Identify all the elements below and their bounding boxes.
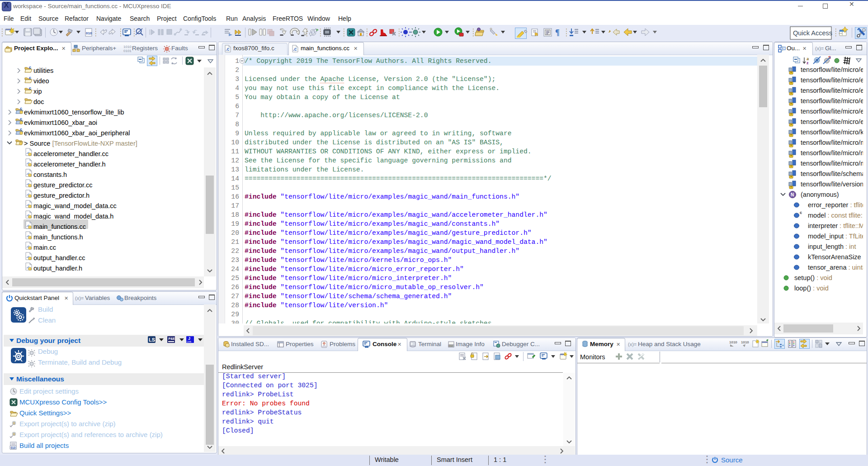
- svg-text:tensorflow/lite/micro/examples: tensorflow/lite/micro/examples/magic_wan…: [801, 118, 863, 125]
- svg-text:Link: Link: [187, 340, 191, 343]
- svg-text:tensorflow/lite/micro/examples: tensorflow/lite/micro/examples/magic_wan…: [801, 67, 863, 73]
- svg-text:magic_wand_model_data.h: magic_wand_model_data.h: [33, 213, 113, 220]
- svg-text:error_reporter : tflite::Error: error_reporter : tflite::ErrorReporter*: [808, 201, 863, 209]
- svg-text:gesture_predictor.h: gesture_predictor.h: [33, 192, 90, 199]
- svg-text:(anonymous): (anonymous): [801, 191, 839, 198]
- svg-text:Quick Access: Quick Access: [793, 29, 832, 37]
- svg-text:010: 010: [11, 446, 16, 449]
- svg-text:1010: 1010: [729, 340, 737, 344]
- svg-text:video: video: [33, 77, 49, 85]
- svg-text:010: 010: [449, 344, 453, 347]
- svg-text:z: z: [807, 60, 809, 65]
- svg-text:evkmimxrt1060_xbar_aoi: evkmimxrt1060_xbar_aoi: [24, 119, 97, 126]
- svg-text:tensorflow/lite/version.h: tensorflow/lite/version.h: [801, 181, 863, 188]
- svg-text:xip: xip: [33, 88, 42, 95]
- svg-text:tensorflow/lite/micro/examples: tensorflow/lite/micro/examples/magic_wan…: [801, 87, 863, 94]
- svg-text:input_length : int: input_length : int: [808, 243, 856, 250]
- svg-text:gesture_predictor.cc: gesture_predictor.cc: [33, 181, 93, 189]
- svg-text:main_functions.cc: main_functions.cc: [33, 223, 86, 230]
- svg-text:utilities: utilities: [33, 67, 53, 74]
- svg-text:kTensorArenaSize : const int: kTensorArenaSize : const int: [808, 253, 863, 261]
- svg-text:main.cc: main.cc: [33, 244, 56, 251]
- svg-text:tensorflow/lite/micro/examples: tensorflow/lite/micro/examples/magic_wan…: [801, 108, 863, 115]
- svg-text:> Source [TensorFlowLite-NXP m: > Source [TensorFlowLite-NXP master]: [24, 140, 137, 147]
- svg-text:evkmimxrt1060_xbar_aoi_periphe: evkmimxrt1060_xbar_aoi_peripheral: [24, 129, 130, 137]
- svg-text:1010: 1010: [741, 340, 749, 344]
- svg-text:evkmimxrt1060_tensorflow_lite_: evkmimxrt1060_tensorflow_lite_lib: [24, 109, 124, 116]
- svg-text:010: 010: [86, 31, 92, 35]
- svg-text:.c: .c: [293, 47, 297, 52]
- svg-text:accelerometer_handler.cc: accelerometer_handler.cc: [33, 150, 108, 157]
- svg-text:magic_wand_model_data.cc: magic_wand_model_data.cc: [33, 202, 117, 209]
- svg-text:.c: .c: [226, 47, 230, 52]
- svg-text:model : const tflite::Model*: model : const tflite::Model*: [808, 212, 863, 219]
- svg-text:tensorflow/lite/schema/schema_: tensorflow/lite/schema/schema_generated.…: [801, 170, 863, 177]
- svg-text:tensorflow/lite/micro/kernels/: tensorflow/lite/micro/kernels/micro_ops.…: [801, 128, 863, 136]
- svg-text:model_input : TfLiteTensor*: model_input : TfLiteTensor*: [808, 233, 863, 240]
- svg-text:c: c: [800, 210, 802, 215]
- svg-text:N: N: [791, 192, 794, 197]
- svg-text:interpreter : tflite::MicroInt: interpreter : tflite::MicroInterpreter*: [808, 222, 863, 229]
- svg-text:output_handler.h: output_handler.h: [33, 265, 82, 272]
- svg-text:¶: ¶: [555, 28, 560, 37]
- svg-text:tensorflow/lite/micro/micro_in: tensorflow/lite/micro/micro_interpreter.…: [801, 149, 863, 157]
- svg-text:main_functions.h: main_functions.h: [33, 233, 83, 241]
- svg-text:output_handler.cc: output_handler.cc: [33, 254, 85, 262]
- svg-text:P&E: P&E: [169, 337, 175, 340]
- svg-text:tensorflow/lite/micro/micro_er: tensorflow/lite/micro/micro_error_report…: [801, 139, 863, 146]
- svg-text:tensorflow/lite/micro/micro_mu: tensorflow/lite/micro/micro_mutable_op_r…: [801, 160, 863, 167]
- svg-text:tensor_arena : uint8_t[]: tensor_arena : uint8_t[]: [808, 264, 863, 271]
- svg-text:accelerometer_handler.h: accelerometer_handler.h: [33, 161, 106, 168]
- svg-text:tensorflow/lite/micro/examples: tensorflow/lite/micro/examples/magic_wan…: [801, 76, 863, 84]
- svg-text:tensorflow/lite/micro/examples: tensorflow/lite/micro/examples/magic_wan…: [801, 97, 863, 105]
- svg-text:setup() : void: setup() : void: [794, 274, 832, 281]
- svg-text:loop() : void: loop() : void: [794, 285, 829, 292]
- svg-text:constants.h: constants.h: [33, 171, 67, 178]
- svg-text:doc: doc: [33, 98, 44, 105]
- svg-text:LS: LS: [149, 337, 155, 342]
